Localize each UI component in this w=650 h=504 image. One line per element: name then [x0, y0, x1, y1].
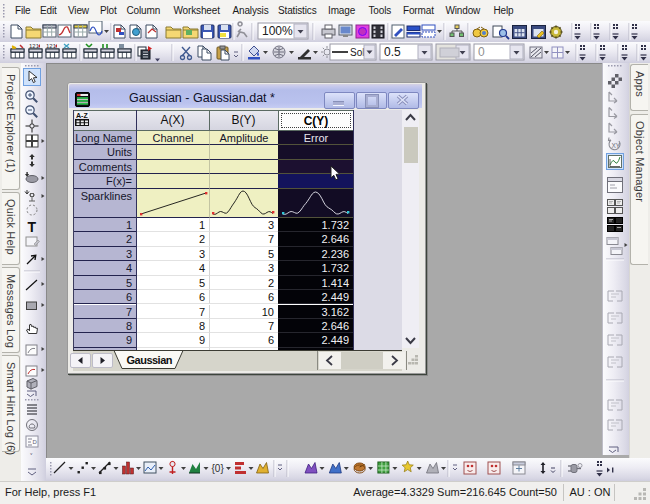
svg-text:{0}: {0}	[212, 463, 225, 474]
svg-text:0.5: 0.5	[384, 45, 401, 59]
svg-text:T: T	[28, 219, 37, 235]
svg-text:Sol: Sol	[350, 47, 364, 58]
svg-text:XY: XY	[612, 142, 621, 149]
svg-text:D: D	[33, 439, 38, 445]
svg-text:0: 0	[478, 45, 485, 59]
svg-text:Gaussian: Gaussian	[127, 354, 173, 366]
svg-text:100%: 100%	[262, 24, 293, 38]
